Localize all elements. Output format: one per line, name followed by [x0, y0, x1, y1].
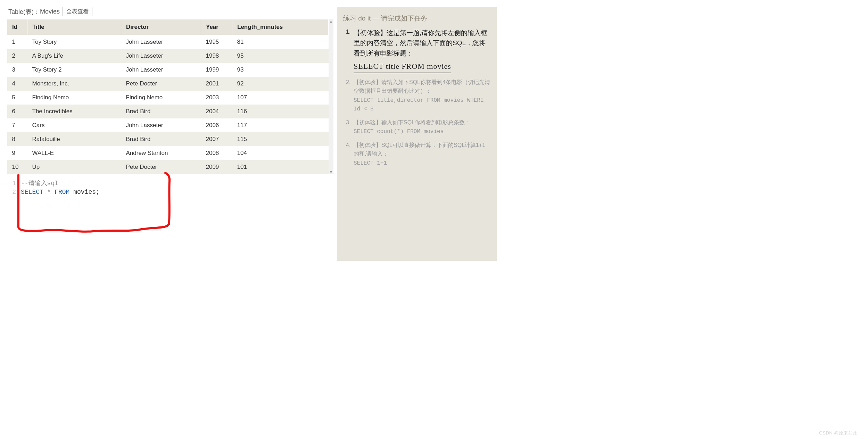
view-all-button[interactable]: 全表查看: [63, 7, 92, 16]
exercise-panel: 练习 do it — 请完成如下任务 1.【初体验】这是第一题,请你先将左侧的输…: [337, 7, 497, 261]
sql-keyword-from: FROM: [55, 189, 69, 196]
data-table: Id Title Director Year Length_minutes 1T…: [7, 19, 329, 174]
table-cell: Monsters, Inc.: [27, 77, 121, 91]
table-cell: Brad Bird: [121, 105, 201, 118]
table-cell: 1: [7, 35, 27, 49]
table-cell: 9: [7, 146, 27, 160]
table-cell: 2009: [201, 160, 232, 174]
sql-line-2[interactable]: 2 SELECT * FROM movies;: [7, 189, 333, 196]
table-row: 10UpPete Docter2009101: [7, 160, 329, 174]
table-cell: 116: [232, 105, 329, 118]
table-cell: 4: [7, 77, 27, 91]
table-cell: 10: [7, 160, 27, 174]
task-body: 【初体验】输入如下SQL你将看到电影总条数：SELECT count(*) FR…: [354, 118, 490, 136]
table-row: 2A Bug's LifeJohn Lasseter199895: [7, 49, 329, 63]
task-item[interactable]: 4.【初体验】SQL可以直接做计算，下面的SQL计算1+1的和,请输入：SELE…: [346, 141, 490, 167]
task-body: 【初体验】请输入如下SQL你将看到4条电影（切记先清空数据框且出错要耐心比对）：…: [354, 78, 490, 113]
table-cell: Andrew Stanton: [121, 146, 201, 160]
table-cell: 2007: [201, 132, 232, 146]
table-cell: Finding Nemo: [27, 91, 121, 105]
table-cell: 1998: [201, 49, 232, 63]
table-cell: Finding Nemo: [121, 91, 201, 105]
task-number: 3.: [346, 118, 354, 136]
table-cell: Up: [27, 160, 121, 174]
table-cell: Ratatouille: [27, 132, 121, 146]
table-cell: 2: [7, 49, 27, 63]
sql-star: *: [43, 189, 55, 196]
table-row: 1Toy StoryJohn Lasseter199581: [7, 35, 329, 49]
table-cell: 101: [232, 160, 329, 174]
table-cell: A Bug's Life: [27, 49, 121, 63]
task-sql: SELECT 1+1: [354, 159, 490, 168]
col-director: Director: [121, 19, 201, 35]
table-cell: 7: [7, 118, 27, 132]
table-cell: 8: [7, 132, 27, 146]
table-cell: 2003: [201, 91, 232, 105]
task-item[interactable]: 3.【初体验】输入如下SQL你将看到电影总条数：SELECT count(*) …: [346, 118, 490, 136]
sql-keyword-select: SELECT: [21, 189, 43, 196]
table-cell: John Lasseter: [121, 35, 201, 49]
table-cell: 2001: [201, 77, 232, 91]
table-cell: Toy Story 2: [27, 63, 121, 77]
table-cell: WALL-E: [27, 146, 121, 160]
table-cell: 81: [232, 35, 329, 49]
table-cell: 92: [232, 77, 329, 91]
table-name: Movies: [40, 8, 60, 15]
table-cell: Cars: [27, 118, 121, 132]
table-cell: Toy Story: [27, 35, 121, 49]
table-cell: Pete Docter: [121, 160, 201, 174]
table-cell: 2006: [201, 118, 232, 132]
table-cell: The Incredibles: [27, 105, 121, 118]
table-cell: 107: [232, 91, 329, 105]
col-length: Length_minutes: [232, 19, 329, 35]
task-text: 【初体验】请输入如下SQL你将看到4条电影（切记先清空数据框且出错要耐心比对）：: [354, 78, 490, 96]
table-row: 8RatatouilleBrad Bird2007115: [7, 132, 329, 146]
table-cell: 3: [7, 63, 27, 77]
col-title: Title: [27, 19, 121, 35]
table-cell: 1995: [201, 35, 232, 49]
table-cell: 93: [232, 63, 329, 77]
task-sql: SELECT count(*) FROM movies: [354, 127, 490, 136]
table-header-row: Id Title Director Year Length_minutes: [7, 19, 329, 35]
table-row: 4Monsters, Inc.Pete Docter200192: [7, 77, 329, 91]
scroll-down-icon[interactable]: ▼: [329, 170, 333, 174]
table-cell: 117: [232, 118, 329, 132]
table-cell: John Lasseter: [121, 63, 201, 77]
line-number: 2: [11, 189, 21, 196]
task-body: 【初体验】这是第一题,请你先将左侧的输入框里的内容清空，然后请输入下面的SQL，…: [354, 28, 490, 73]
sql-comment: --请输入sql: [21, 180, 58, 187]
table-row: 6The IncrediblesBrad Bird2004116: [7, 105, 329, 118]
task-text: 【初体验】SQL可以直接做计算，下面的SQL计算1+1的和,请输入：: [354, 141, 490, 158]
table-cell: 104: [232, 146, 329, 160]
table-label-prefix: Table(表)：: [8, 8, 40, 16]
task-number: 4.: [346, 141, 354, 167]
table-row: 7CarsJohn Lasseter2006117: [7, 118, 329, 132]
table-scroll-container: ▲ ▼ Id Title Director Year Length_minute…: [7, 19, 333, 174]
line-number: 1: [11, 180, 21, 187]
task-item[interactable]: 1.【初体验】这是第一题,请你先将左侧的输入框里的内容清空，然后请输入下面的SQ…: [346, 28, 490, 73]
task-sql: SELECT title,director FROM movies WHERE …: [354, 96, 490, 114]
table-header: Table(表)： Movies 全表查看: [7, 7, 333, 16]
table-row: 3Toy Story 2John Lasseter199993: [7, 63, 329, 77]
table-row: 5Finding NemoFinding Nemo2003107: [7, 91, 329, 105]
table-cell: 115: [232, 132, 329, 146]
scroll-up-icon[interactable]: ▲: [329, 19, 333, 23]
table-cell: 5: [7, 91, 27, 105]
table-cell: 95: [232, 49, 329, 63]
table-row: 9WALL-EAndrew Stanton2008104: [7, 146, 329, 160]
task-text: 【初体验】输入如下SQL你将看到电影总条数：: [354, 118, 490, 127]
table-cell: 2008: [201, 146, 232, 160]
col-id: Id: [7, 19, 27, 35]
task-body: 【初体验】SQL可以直接做计算，下面的SQL计算1+1的和,请输入：SELECT…: [354, 141, 490, 167]
table-cell: John Lasseter: [121, 118, 201, 132]
sql-editor[interactable]: 1 --请输入sql 2 SELECT * FROM movies;: [7, 174, 333, 261]
task-item[interactable]: 2.【初体验】请输入如下SQL你将看到4条电影（切记先清空数据框且出错要耐心比对…: [346, 78, 490, 113]
sql-line-1[interactable]: 1 --请输入sql: [7, 179, 333, 187]
task-sql: SELECT title FROM movies: [354, 60, 451, 73]
exercise-title: 练习 do it — 请完成如下任务: [343, 14, 490, 23]
table-cell: 1999: [201, 63, 232, 77]
table-cell: 2004: [201, 105, 232, 118]
task-text: 【初体验】这是第一题,请你先将左侧的输入框里的内容清空，然后请输入下面的SQL，…: [354, 28, 490, 58]
table-cell: Brad Bird: [121, 132, 201, 146]
task-number: 2.: [346, 78, 354, 113]
